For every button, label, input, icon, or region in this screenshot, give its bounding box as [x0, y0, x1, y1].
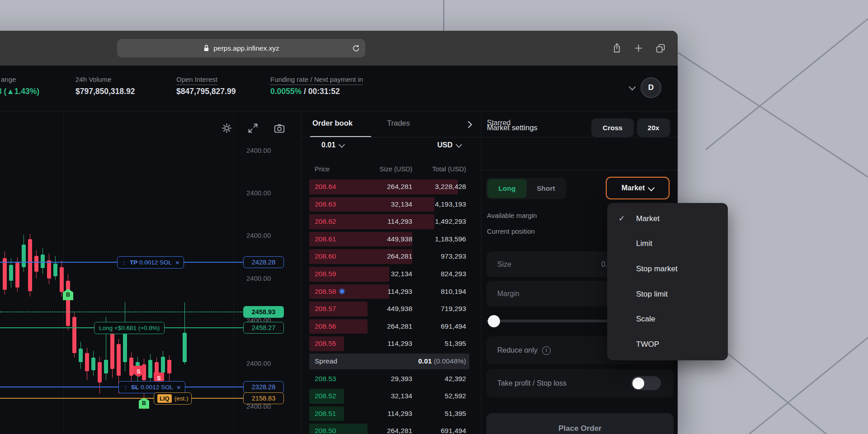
ask-row[interactable]: 208.57449,938719,293 — [301, 300, 481, 318]
share-icon[interactable] — [612, 42, 622, 54]
axis-price-label: 2400.00 — [246, 274, 271, 282]
tab-trades[interactable]: Trades — [387, 119, 410, 127]
price-cell[interactable]: 208.63 — [315, 196, 336, 213]
precision-dropdown[interactable]: 0.01 — [321, 141, 344, 149]
denomination-dropdown[interactable]: USD — [437, 141, 461, 149]
ask-row[interactable]: 208.64264,2813,228,428 — [301, 178, 481, 196]
price-cell[interactable]: 208.58 — [315, 283, 344, 301]
tp-order-pill[interactable]: ⋮ TP 0.0012 SOL × — [117, 256, 184, 269]
ask-row[interactable]: 208.61449,9381,183,596 — [301, 231, 481, 248]
ask-row[interactable]: 208.5932,134824,293 — [301, 265, 481, 283]
size-cell: 32,134 — [391, 387, 412, 405]
tab-order-book[interactable]: Order book — [312, 119, 353, 127]
chevron-down-icon — [456, 141, 462, 147]
sl-order-pill[interactable]: ⋮ SL 0.0012 SOL × — [118, 381, 185, 393]
price-cell[interactable]: 208.55 — [315, 335, 336, 353]
price-cell[interactable]: 208.57 — [315, 300, 336, 318]
sl-price-tag: 2328.28 — [243, 381, 284, 393]
liquidation-pill: LIQ (est.) — [154, 392, 192, 405]
candle-body — [3, 258, 7, 290]
size-cell: 264,281 — [387, 248, 412, 265]
order-type-menu: ✓MarketLimitStop marketStop limitScaleTW… — [607, 203, 728, 360]
price-cell[interactable]: 208.51 — [315, 405, 336, 423]
axis-price-label: 2400.00 — [246, 359, 271, 367]
address-bar[interactable]: perps.app.infinex.xyz — [117, 39, 365, 57]
place-order-button[interactable]: Place Order — [486, 413, 674, 434]
bid-row[interactable]: 208.5329,39342,392 — [301, 370, 481, 388]
liq-chip: LIQ — [157, 394, 172, 403]
drag-handle-icon[interactable]: ⋮ — [123, 384, 128, 391]
price-cell[interactable]: 208.61 — [315, 231, 336, 248]
menu-item-twop[interactable]: TWOP — [607, 332, 728, 357]
menu-item-stop-limit[interactable]: Stop limit — [607, 282, 728, 307]
tp-pill-label: TP 0.0012 SOL — [130, 259, 172, 266]
price-cell[interactable]: 208.60 — [315, 248, 336, 265]
margin-mode-button[interactable]: Cross — [591, 118, 634, 137]
long-tab[interactable]: Long — [487, 179, 527, 198]
menu-item-limit[interactable]: Limit — [607, 231, 728, 257]
col-header-total: Total (USD) — [432, 165, 466, 173]
info-icon[interactable]: i — [542, 346, 551, 355]
price-cell[interactable]: 208.52 — [315, 387, 336, 405]
candle-body — [22, 245, 26, 267]
price-cell[interactable]: 208.59 — [315, 265, 336, 283]
menu-item-label: Stop limit — [636, 290, 668, 299]
close-icon[interactable]: × — [175, 259, 179, 266]
side-toggle: Long Short — [486, 178, 566, 199]
check-icon: ✓ — [618, 214, 625, 223]
active-tab-underline — [310, 136, 371, 137]
price-chart[interactable]: 2400.002400.002400.002400.002400.002400.… — [0, 111, 301, 434]
position-pill[interactable]: Long +$0.681 (+0.8%) — [94, 322, 165, 334]
background-line — [677, 52, 868, 177]
price-cell[interactable]: 208.53 — [315, 370, 336, 388]
candle-body — [34, 256, 38, 272]
browser-window: perps.app.infinex.xyz — [0, 31, 678, 434]
fullscreen-expand-icon[interactable] — [247, 122, 259, 135]
size-cell: 114,293 — [387, 335, 412, 353]
price-cell[interactable]: 208.64 — [315, 178, 336, 196]
slider-thumb[interactable] — [488, 315, 500, 327]
short-tab[interactable]: Short — [527, 179, 565, 198]
menu-item-stop-market[interactable]: Stop market — [607, 256, 728, 282]
leverage-button[interactable]: 20x — [637, 118, 670, 137]
account-menu[interactable]: D — [630, 77, 661, 98]
tabs-overview-icon[interactable] — [655, 43, 666, 54]
tpsl-toggle[interactable] — [631, 376, 661, 390]
ask-row[interactable]: 208.58114,293810,194 — [301, 283, 481, 301]
refresh-icon[interactable] — [352, 44, 360, 52]
bid-row[interactable]: 208.51114,29351,395 — [301, 405, 481, 423]
stat-value: $797,850,318.92 — [75, 87, 135, 96]
ask-row[interactable]: 208.60264,281973,293 — [301, 248, 481, 265]
stat-label: Open Interest — [176, 75, 217, 85]
price-cell[interactable]: 208.56 — [315, 318, 336, 335]
ask-row[interactable]: 208.56264,281691,494 — [301, 318, 481, 335]
size-cell: 32,134 — [391, 196, 412, 213]
bid-row[interactable]: 208.5232,13452,592 — [301, 387, 481, 405]
candle-body — [15, 263, 19, 288]
total-cell: 973,293 — [441, 248, 466, 265]
stat-label: 24h Volume — [75, 75, 111, 83]
chevron-right-icon[interactable] — [466, 121, 471, 129]
order-type-dropdown[interactable]: Market — [606, 177, 670, 199]
menu-item-scale[interactable]: Scale — [607, 307, 728, 332]
price-cell[interactable]: 208.62 — [315, 213, 336, 231]
ask-row[interactable]: 208.55114,29351,395 — [301, 335, 481, 353]
candle-body — [41, 255, 45, 268]
camera-snapshot-icon[interactable] — [273, 122, 286, 135]
stat-value: $847,795,827.99 — [176, 87, 236, 96]
new-tab-icon[interactable] — [634, 43, 643, 53]
drag-handle-icon[interactable]: ⋮ — [122, 259, 127, 266]
tpsl-card: Take profit / Stop loss — [486, 369, 674, 397]
settings-gear-icon[interactable] — [221, 122, 233, 135]
candle-body — [91, 358, 95, 370]
menu-item-label: Stop market — [636, 264, 678, 274]
menu-item-market[interactable]: ✓Market — [607, 206, 728, 231]
avatar[interactable]: D — [641, 77, 661, 98]
ask-row[interactable]: 208.62114,2931,492,293 — [301, 213, 481, 231]
price-cell[interactable]: 208.50 — [315, 422, 336, 434]
bid-row[interactable]: 208.50264,281691,494 — [301, 422, 481, 434]
ask-row[interactable]: 208.6332,1344,193,193 — [301, 196, 481, 213]
size-cell: 114,293 — [387, 405, 412, 423]
close-icon[interactable]: × — [177, 383, 181, 391]
chevron-down-icon — [629, 83, 636, 90]
